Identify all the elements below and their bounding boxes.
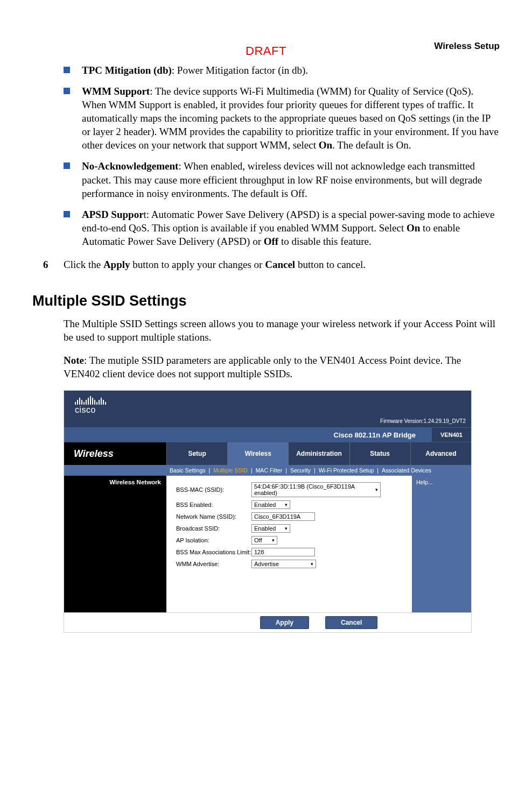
step-b: button to apply your changes or — [130, 259, 265, 270]
subtab-basic[interactable]: Basic Settings — [170, 467, 206, 474]
bullet-text: No-Acknowledgement: When enabled, wirele… — [82, 159, 500, 200]
tab-advanced[interactable]: Advanced — [410, 442, 471, 465]
cisco-wordmark: cisco — [75, 405, 106, 415]
apply-button[interactable]: Apply — [260, 616, 309, 629]
subtab-associated[interactable]: Associated Devices — [382, 467, 431, 474]
draft-watermark: DRAFT — [0, 44, 532, 58]
bullet-wmm: WMM Support: The device supports Wi-Fi M… — [64, 84, 500, 152]
bullet-tail: . The default is On. — [332, 139, 411, 151]
step-c: button to cancel. — [295, 259, 366, 270]
select-value: Enabled — [254, 502, 276, 508]
bullet-label: APSD Suppor — [82, 209, 144, 220]
row-bss-enabled: BSS Enabled: Enabled▾ — [176, 500, 405, 509]
note-rest: : The mutiple SSID parameters are applic… — [64, 355, 461, 379]
chevron-down-icon: ▾ — [311, 561, 313, 567]
row-ssid: Network Name (SSID): Cisco_6F3D119A — [176, 512, 405, 521]
help-link[interactable]: Help... — [416, 479, 432, 485]
separator-icon: | — [250, 467, 254, 474]
step-6: 6 Click the Apply button to apply your c… — [43, 258, 500, 271]
separator-icon: | — [284, 467, 288, 474]
select-value: 54:D4:6F:3D:11:9B (Cisco_6F3D119A enable… — [254, 483, 372, 496]
subnav: Basic Settings | Multiple SSID | MAC Fil… — [64, 465, 471, 476]
row-wmm-advertise: WMM Advertise: Advertise▾ — [176, 560, 405, 568]
bullet-tpc: TPC Mitigation (db): Power Mitigation fa… — [64, 63, 500, 77]
row-broadcast: Broadcast SSID: Enabled▾ — [176, 524, 405, 533]
bullet-label: No-Acknowledgement — [82, 160, 178, 172]
select-broadcast[interactable]: Enabled▾ — [251, 524, 290, 533]
row-ap-isolation: AP Isolation: Off▾ — [176, 536, 405, 545]
help-panel: Help... — [412, 476, 471, 612]
chevron-down-icon: ▾ — [285, 502, 288, 507]
para-note: Note: The mutiple SSID parameters are ap… — [64, 354, 500, 380]
square-bullet-icon — [64, 88, 70, 94]
firmware-version: Firmware Version:1.24.29.19_DVT2 — [380, 418, 466, 424]
subtab-mac-filter[interactable]: MAC Filter — [256, 467, 283, 474]
step-a: Click the — [64, 259, 103, 270]
bold-on: On — [319, 139, 332, 151]
bold-on: On — [407, 222, 420, 234]
note-label: Note — [64, 355, 84, 366]
input-assoc-limit[interactable]: 128 — [251, 548, 315, 556]
tab-wireless[interactable]: Wireless — [227, 442, 288, 465]
subtab-multiple-ssid[interactable]: Multiple SSID — [213, 467, 248, 474]
form-panel: BSS-MAC (SSID): 54:D4:6F:3D:11:9B (Cisco… — [166, 476, 412, 612]
bullet-text: WMM Support: The device supports Wi-Fi M… — [82, 84, 500, 152]
heading-multiple-ssid: Multiple SSID Settings — [32, 293, 500, 309]
cancel-button[interactable]: Cancel — [325, 616, 377, 629]
ui-screenshot: cisco Firmware Version:1.24.29.19_DVT2 C… — [64, 390, 472, 633]
select-wmm-advertise[interactable]: Advertise▾ — [251, 560, 316, 568]
title-bar: Cisco 802.11n AP Bridge VEN401 — [64, 427, 471, 442]
chevron-down-icon: ▾ — [272, 538, 275, 543]
label-ap-isolation: AP Isolation: — [176, 537, 251, 543]
bullet-text: APSD Support: Automatic Power Save Deliv… — [82, 208, 500, 248]
nav-tabs: Setup Wireless Administration Status Adv… — [166, 442, 471, 465]
side-panel: Wireless Network — [64, 476, 166, 612]
subtab-security[interactable]: Security — [290, 467, 311, 474]
select-ap-isolation[interactable]: Off▾ — [251, 536, 277, 545]
product-name: Cisco 802.11n AP Bridge — [334, 431, 416, 439]
separator-icon: | — [313, 467, 317, 474]
label-broadcast: Broadcast SSID: — [176, 525, 251, 532]
select-value: Enabled — [254, 525, 276, 532]
tab-status[interactable]: Status — [349, 442, 410, 465]
select-value: Off — [254, 537, 262, 543]
select-value: Advertise — [254, 561, 279, 567]
subtab-wps[interactable]: Wi-Fi Protected Setup — [319, 467, 374, 474]
content-row: Wireless Network BSS-MAC (SSID): 54:D4:6… — [64, 476, 471, 612]
side-section-title: Wireless Network — [64, 476, 166, 489]
input-ssid[interactable]: Cisco_6F3D119A — [251, 512, 315, 521]
bullet-apsd: APSD Support: Automatic Power Save Deliv… — [64, 208, 500, 248]
step-cancel: Cancel — [265, 259, 295, 270]
tab-administration[interactable]: Administration — [288, 442, 349, 465]
label-assoc-limit: BSS Max Associations Limit: — [176, 549, 251, 555]
cisco-logo: cisco — [75, 396, 106, 415]
ui-header: cisco Firmware Version:1.24.29.19_DVT2 — [64, 391, 471, 427]
row-assoc-limit: BSS Max Associations Limit: 128 — [176, 548, 405, 556]
bullet-label: WMM Support — [82, 86, 150, 97]
chevron-down-icon: ▾ — [375, 487, 378, 492]
step-text: Click the Apply button to apply your cha… — [64, 258, 500, 271]
para-intro: The Multiple SSID Settings screen allows… — [64, 317, 500, 344]
tab-setup[interactable]: Setup — [166, 442, 227, 465]
chevron-down-icon: ▾ — [285, 526, 288, 531]
label-ssid: Network Name (SSID): — [176, 513, 251, 520]
step-apply: Apply — [103, 259, 130, 270]
separator-icon: | — [208, 467, 212, 474]
model-label: VEN401 — [432, 428, 471, 442]
bullet-label: TPC Mitigation (db) — [82, 65, 172, 76]
bold-off: Off — [264, 236, 278, 247]
cisco-bars-icon — [75, 396, 106, 405]
square-bullet-icon — [64, 163, 70, 169]
square-bullet-icon — [64, 67, 70, 73]
label-bss-enabled: BSS Enabled: — [176, 502, 251, 508]
separator-icon: | — [376, 467, 380, 474]
row-bss-mac: BSS-MAC (SSID): 54:D4:6F:3D:11:9B (Cisco… — [176, 482, 405, 497]
step-number: 6 — [43, 258, 61, 271]
nav-row: Wireless Setup Wireless Administration S… — [64, 442, 471, 465]
nav-title: Wireless — [64, 442, 166, 465]
bullet-rest: : Power Mitigation factor (in db). — [172, 65, 308, 76]
select-bss-enabled[interactable]: Enabled▾ — [251, 500, 290, 509]
square-bullet-icon — [64, 211, 70, 217]
select-bss-mac[interactable]: 54:D4:6F:3D:11:9B (Cisco_6F3D119A enable… — [251, 482, 381, 497]
bullet-noack: No-Acknowledgement: When enabled, wirele… — [64, 159, 500, 200]
